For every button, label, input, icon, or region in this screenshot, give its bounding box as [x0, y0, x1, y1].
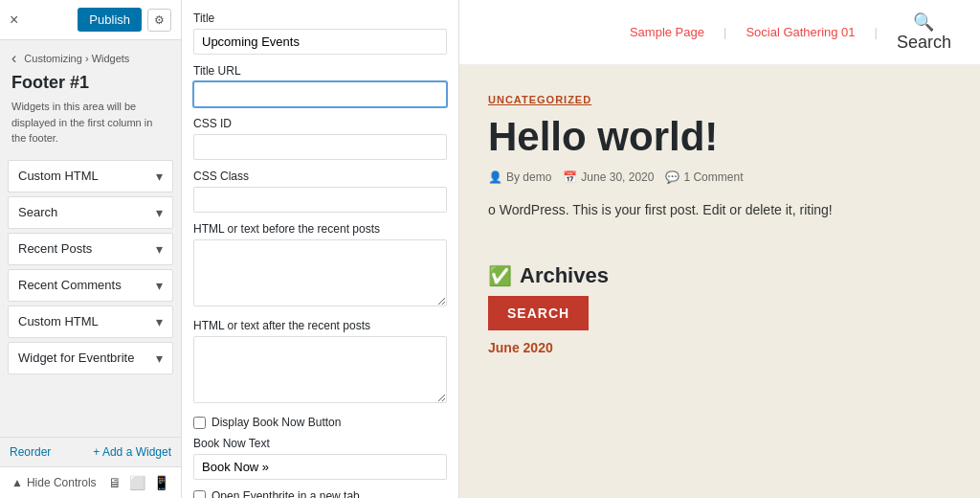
title-url-group: Title URL — [193, 64, 447, 107]
book-now-text-label: Book Now Text — [193, 437, 447, 450]
back-button[interactable]: ‹ — [11, 50, 16, 67]
comment-icon: 💬 — [665, 170, 679, 184]
book-now-text-input[interactable] — [193, 454, 447, 480]
open-eventbrite-label[interactable]: Open Eventbrite in a new tab — [212, 489, 360, 498]
title-label: Title — [193, 11, 447, 25]
category-label: UNCATEGORIZED — [488, 94, 951, 105]
css-class-group: CSS Class — [193, 170, 447, 213]
widget-item[interactable]: Custom HTML▾ — [8, 160, 173, 192]
widget-item-label: Custom HTML — [18, 314, 99, 328]
nav-sample-page[interactable]: Sample Page — [630, 25, 704, 39]
nav-social-gathering[interactable]: Social Gathering 01 — [746, 25, 855, 39]
post-excerpt: o WordPress. This is your first post. Ed… — [488, 199, 951, 220]
post-date: 📅 June 30, 2020 — [563, 170, 654, 184]
chevron-down-icon: ▾ — [156, 241, 163, 257]
nav-separator-2: | — [875, 25, 878, 39]
footer-desc: Widgets in this area will be displayed i… — [0, 99, 181, 156]
css-id-group: CSS ID — [193, 117, 447, 160]
site-content: UNCATEGORIZED Hello world! 👤 By demo 📅 J… — [459, 65, 980, 263]
chevron-down-icon: ▾ — [156, 205, 163, 220]
check-icon: ✅ — [488, 264, 512, 287]
publish-button[interactable]: Publish — [78, 8, 142, 32]
after-posts-textarea[interactable] — [193, 336, 447, 403]
close-button[interactable]: × — [10, 11, 18, 29]
sidebar-section: ✅ Archives SEARCH June 2020 — [459, 263, 980, 374]
display-book-now-checkbox[interactable] — [193, 417, 206, 429]
book-now-text-group: Book Now Text — [193, 437, 447, 480]
device-icons: 🖥 ⬜ 📱 — [108, 475, 169, 490]
archives-month: June 2020 — [488, 340, 951, 355]
middle-panel: Title Title URL CSS ID CSS Class HTML or… — [182, 0, 459, 498]
comments-text: 1 Comment — [683, 170, 743, 184]
desktop-icon[interactable]: 🖥 — [108, 475, 122, 490]
mobile-icon[interactable]: 📱 — [153, 475, 169, 490]
search-button[interactable]: 🔍 Search — [897, 11, 951, 53]
widget-item[interactable]: Custom HTML▾ — [8, 306, 173, 338]
hide-controls-label: Hide Controls — [27, 476, 97, 489]
after-posts-group: HTML or text after the recent posts — [193, 319, 447, 406]
add-widget-button[interactable]: + Add a Widget — [93, 445, 171, 459]
search-bar-button[interactable]: SEARCH — [488, 296, 589, 330]
title-group: Title — [193, 11, 447, 55]
left-panel: × Publish ⚙ ‹ Customizing › Widgets Foot… — [0, 0, 182, 498]
widget-item[interactable]: Widget for Eventbrite▾ — [8, 342, 173, 374]
chevron-down-icon: ▾ — [156, 314, 163, 329]
widget-item[interactable]: Search▾ — [8, 196, 173, 229]
css-id-label: CSS ID — [193, 117, 447, 130]
date-text: June 30, 2020 — [581, 170, 654, 184]
open-eventbrite-checkbox[interactable] — [193, 490, 206, 499]
chevron-down-icon: ▾ — [156, 278, 163, 293]
display-book-now-label[interactable]: Display Book Now Button — [212, 416, 341, 429]
css-class-label: CSS Class — [193, 170, 447, 183]
widget-item-label: Widget for Eventbrite — [18, 351, 134, 365]
before-posts-textarea[interactable] — [193, 239, 447, 306]
before-posts-group: HTML or text before the recent posts — [193, 222, 447, 309]
breadcrumb-text: Customizing › Widgets — [24, 53, 129, 64]
post-author: 👤 By demo — [488, 170, 551, 184]
widget-item[interactable]: Recent Comments▾ — [8, 269, 173, 302]
widget-list: Custom HTML▾Search▾Recent Posts▾Recent C… — [0, 156, 181, 438]
hide-controls-button[interactable]: ▲ Hide Controls — [11, 476, 97, 489]
after-posts-label: HTML or text after the recent posts — [193, 319, 447, 332]
post-meta: 👤 By demo 📅 June 30, 2020 💬 1 Comment — [488, 170, 951, 184]
widget-item[interactable]: Recent Posts▾ — [8, 233, 173, 265]
display-book-now-row: Display Book Now Button — [193, 416, 447, 429]
widget-item-label: Search — [18, 205, 57, 219]
hide-icon: ▲ — [11, 476, 23, 489]
widget-item-label: Recent Comments — [18, 278, 122, 292]
title-input[interactable] — [193, 29, 447, 55]
top-bar: × Publish ⚙ — [0, 0, 181, 40]
gear-button[interactable]: ⚙ — [147, 9, 171, 32]
css-class-input[interactable] — [193, 187, 447, 213]
post-title: Hello world! — [488, 115, 951, 159]
title-url-input[interactable] — [193, 81, 447, 107]
open-eventbrite-row: Open Eventbrite in a new tab — [193, 489, 447, 498]
footer-title: Footer #1 — [0, 73, 181, 99]
archives-heading-text: Archives — [520, 263, 609, 288]
search-icon: 🔍 — [913, 11, 934, 33]
tablet-icon[interactable]: ⬜ — [129, 475, 145, 490]
reorder-add-area: Reorder + Add a Widget — [0, 437, 181, 466]
widget-item-label: Recent Posts — [18, 241, 92, 256]
author-icon: 👤 — [488, 170, 502, 184]
before-posts-label: HTML or text before the recent posts — [193, 222, 447, 236]
archives-heading: ✅ Archives — [488, 263, 951, 288]
nav-separator: | — [724, 25, 726, 39]
publish-area: Publish ⚙ — [78, 8, 171, 32]
author-text: By demo — [506, 170, 551, 184]
post-comments: 💬 1 Comment — [665, 170, 743, 184]
title-url-label: Title URL — [193, 64, 447, 78]
chevron-down-icon: ▾ — [156, 169, 163, 184]
right-panel: Sample Page | Social Gathering 01 | 🔍 Se… — [459, 0, 980, 498]
search-label: Search — [897, 33, 951, 53]
reorder-link[interactable]: Reorder — [10, 445, 51, 459]
hide-controls-bar: ▲ Hide Controls 🖥 ⬜ 📱 — [0, 466, 181, 498]
site-header: Sample Page | Social Gathering 01 | 🔍 Se… — [459, 0, 980, 65]
breadcrumb: ‹ Customizing › Widgets — [0, 40, 181, 73]
chevron-down-icon: ▾ — [156, 351, 163, 366]
widget-item-label: Custom HTML — [18, 169, 99, 183]
css-id-input[interactable] — [193, 134, 447, 160]
date-icon: 📅 — [563, 170, 577, 184]
